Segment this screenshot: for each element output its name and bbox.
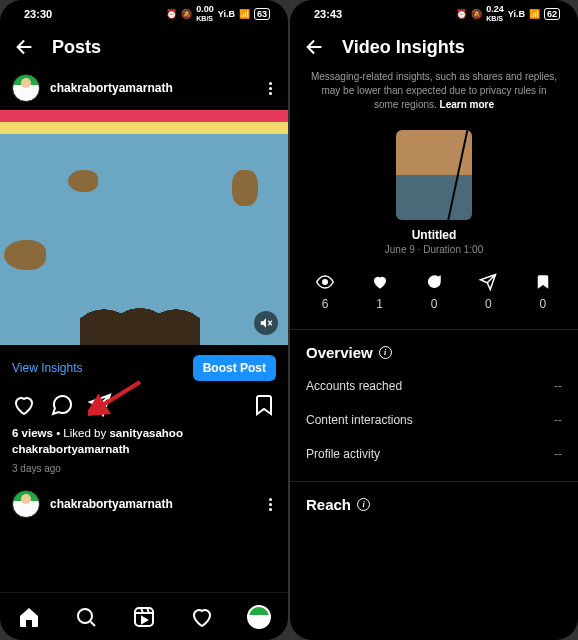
battery-indicator: 63 [254,8,270,20]
status-time: 23:43 [314,8,342,20]
info-icon[interactable]: i [357,498,370,511]
status-indicators: ⏰ 🔕 0.24KB/S Yi.B 📶 62 [456,5,560,23]
svg-point-0 [78,609,92,623]
video-insights-screen: 23:43 ⏰ 🔕 0.24KB/S Yi.B 📶 62 Video Insig… [290,0,578,640]
post-actions [0,389,288,423]
dnd-icon: 🔕 [471,9,482,19]
stats-row: 6 1 0 0 0 [290,259,578,329]
svg-point-2 [323,280,328,285]
alarm-icon: ⏰ [456,9,467,19]
alarm-icon: ⏰ [166,9,177,19]
liked-by-user[interactable]: sanityasahoo [109,427,183,439]
nav-reels-icon[interactable] [132,605,156,629]
video-title: Untitled [412,228,457,242]
post-header[interactable]: chakrabortyamarnath [0,66,288,110]
nav-search-icon[interactable] [74,605,98,629]
view-insights-link[interactable]: View Insights [12,361,82,375]
status-bar: 23:30 ⏰ 🔕 0.00KB/S Yi.B 📶 63 [0,0,288,28]
page-title: Video Insights [342,37,465,58]
learn-more-link[interactable]: Learn more [440,99,494,110]
back-icon[interactable] [14,36,36,58]
post-media[interactable] [0,110,288,345]
stat-shares: 0 [479,273,497,311]
more-options-icon[interactable] [265,494,276,515]
avatar[interactable] [12,74,40,102]
avatar[interactable] [12,490,40,518]
metric-accounts-reached[interactable]: Accounts reached -- [290,369,578,403]
video-thumbnail[interactable] [396,130,472,220]
comment-icon [425,273,443,291]
post-meta: 6 views • Liked by sanityasahoo chakrabo… [0,423,288,459]
stat-likes: 1 [371,273,389,311]
privacy-notice: Messaging-related insights, such as shar… [290,66,578,122]
stat-comments: 0 [425,273,443,311]
posts-screen: 23:30 ⏰ 🔕 0.00KB/S Yi.B 📶 63 Posts chakr… [0,0,288,640]
post-username[interactable]: chakrabortyamarnath [50,81,255,95]
more-options-icon[interactable] [265,78,276,99]
overview-header: Overview i [290,330,578,369]
header: Video Insights [290,28,578,66]
signal-icon: 📶 [529,9,540,19]
page-title: Posts [52,37,101,58]
heart-icon [371,273,389,291]
metric-content-interactions[interactable]: Content interactions -- [290,403,578,437]
like-icon[interactable] [12,393,36,417]
post-header-2[interactable]: chakrabortyamarnath [0,482,288,526]
bookmark-icon [534,273,552,291]
status-bar: 23:43 ⏰ 🔕 0.24KB/S Yi.B 📶 62 [290,0,578,28]
share-icon[interactable] [88,393,112,417]
nav-activity-icon[interactable] [190,605,214,629]
bottom-nav [0,592,288,640]
stat-saves: 0 [534,273,552,311]
insights-row: View Insights Boost Post [0,345,288,389]
nav-home-icon[interactable] [17,605,41,629]
boost-post-button[interactable]: Boost Post [193,355,276,381]
video-subtitle: June 9 · Duration 1:00 [385,244,483,255]
svg-rect-1 [135,608,153,626]
nav-profile-icon[interactable] [247,605,271,629]
video-summary: Untitled June 9 · Duration 1:00 [290,122,578,259]
comment-icon[interactable] [50,393,74,417]
share-icon [479,273,497,291]
post-username[interactable]: chakrabortyamarnath [50,497,255,511]
stat-views: 6 [316,273,334,311]
status-indicators: ⏰ 🔕 0.00KB/S Yi.B 📶 63 [166,5,270,23]
header: Posts [0,28,288,66]
battery-indicator: 62 [544,8,560,20]
save-icon[interactable] [252,393,276,417]
metric-profile-activity[interactable]: Profile activity -- [290,437,578,471]
liked-by-user[interactable]: chakrabortyamarnath [12,443,130,455]
reach-header: Reach i [290,482,578,521]
post-age: 3 days ago [0,459,288,482]
info-icon[interactable]: i [379,346,392,359]
status-time: 23:30 [24,8,52,20]
signal-icon: 📶 [239,9,250,19]
mute-icon[interactable] [254,311,278,335]
dnd-icon: 🔕 [181,9,192,19]
back-icon[interactable] [304,36,326,58]
eye-icon [316,273,334,291]
